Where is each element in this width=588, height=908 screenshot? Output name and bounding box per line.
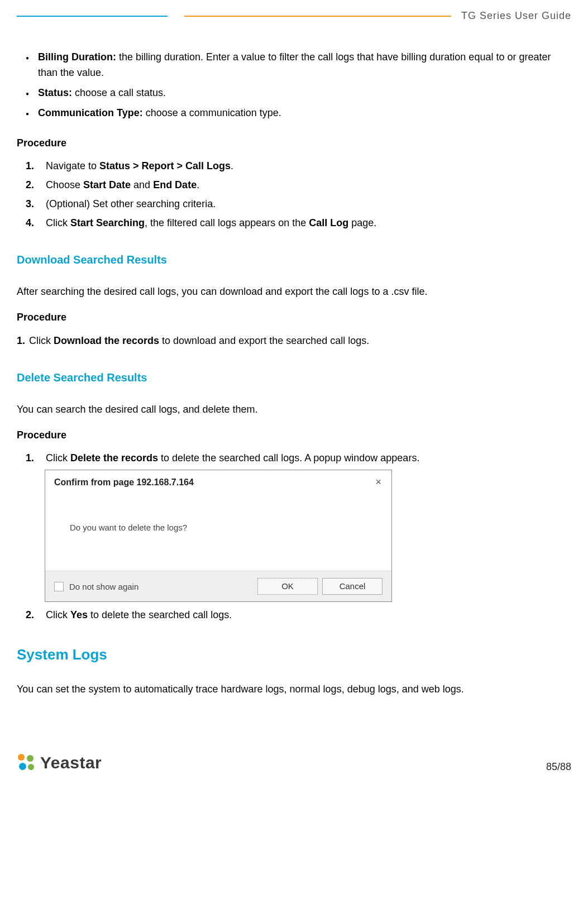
step-bold: Start Searching [70,217,145,228]
step-text: to download and export the searched call… [159,335,369,346]
confirm-dialog: Confirm from page 192.168.7.164 × Do you… [45,470,392,602]
step-text: Navigate to [46,160,99,171]
section-download-heading: Download Searched Results [17,251,571,269]
step-item: 1.Click Delete the records to delete the… [26,451,571,466]
step-number: 3. [26,197,34,212]
step-bold: Yes [70,609,88,620]
procedure-heading: Procedure [17,136,571,151]
procedure-search: 1.Navigate to Status > Report > Call Log… [17,159,571,231]
bullet-label: Billing Duration: [38,51,116,63]
header-rule-orange [184,16,451,17]
section-delete-heading: Delete Searched Results [17,369,571,386]
section-syslogs-heading: System Logs [17,643,571,666]
filter-criteria-list: Billing Duration: the billing duration. … [17,50,571,121]
procedure-heading: Procedure [17,310,571,326]
step-number: 2. [26,608,34,623]
step-number: 1. [17,333,25,349]
brand-logo: Yeastar [17,753,102,773]
close-icon[interactable]: × [372,476,385,488]
step-text: . [231,160,233,171]
step-text: to delete the searched call logs. [88,609,232,620]
confirm-dialog-screenshot: Confirm from page 192.168.7.164 × Do you… [45,470,571,602]
step-number: 1. [26,451,34,466]
step-bold: Call Log [309,217,348,228]
procedure-heading: Procedure [17,428,571,443]
step-item: 1.Navigate to Status > Report > Call Log… [26,159,571,174]
step-item: 2.Click Yes to delete the searched call … [26,608,571,623]
syslogs-intro: You can set the system to automatically … [17,682,571,697]
step-bold: Status > Report > Call Logs [99,160,231,171]
step-item: 4.Click Start Searching, the filtered ca… [26,216,571,231]
procedure-download: 1. Click Download the records to downloa… [17,333,571,349]
doc-title: TG Series User Guide [461,10,571,22]
cancel-button[interactable]: Cancel [322,578,383,595]
step-number: 2. [26,178,34,193]
step-number: 4. [26,216,34,231]
step-text: Choose [46,179,83,190]
dialog-footer: Do not show again OK Cancel [45,571,391,601]
page-footer: Yeastar 85/88 [17,753,571,778]
download-intro: After searching the desired call logs, y… [17,284,571,300]
list-item: Billing Duration: the billing duration. … [38,50,571,81]
delete-intro: You can search the desired call logs, an… [17,402,571,418]
step-bold: Start Date [83,179,131,190]
step-text: . [197,179,199,190]
step-text: Click [46,609,70,620]
bullet-label: Communication Type: [38,107,143,118]
bullet-text: choose a call status. [72,87,166,98]
bullet-label: Status: [38,87,72,98]
bullet-text: choose a communication type. [143,107,281,118]
step-text: page. [348,217,376,228]
step-bold: Delete the records [70,452,158,463]
dialog-header: Confirm from page 192.168.7.164 × [45,470,391,490]
step-text: , the filtered call logs appears on the [145,217,309,228]
brand-name: Yeastar [40,753,102,772]
step-text: Click [29,335,54,346]
header-rule-blue [17,16,168,17]
procedure-delete-cont: 2.Click Yes to delete the searched call … [17,608,571,623]
step-bold: End Date [153,179,197,190]
step-item: 3.(Optional) Set other searching criteri… [26,197,571,212]
step-text: Click [46,452,70,463]
dont-show-label: Do not show again [69,580,253,593]
page-content: Billing Duration: the billing duration. … [17,50,571,697]
procedure-delete: 1.Click Delete the records to delete the… [17,451,571,466]
logo-mark-icon [17,753,37,773]
dialog-message: Do you want to delete the logs? [45,490,391,571]
dialog-title: Confirm from page 192.168.7.164 [54,476,194,490]
step-number: 1. [26,159,34,174]
ok-button[interactable]: OK [257,578,318,595]
step-text: to delete the searched call logs. A popu… [158,452,419,463]
step-text: Click [46,217,70,228]
step-item: 1. Click Download the records to downloa… [17,333,571,349]
dont-show-checkbox[interactable] [54,582,64,591]
step-text: and [131,179,153,190]
page-number: 85/88 [546,761,571,773]
step-bold: Download the records [54,335,159,346]
page-header: TG Series User Guide [17,0,571,22]
list-item: Communication Type: choose a communicati… [38,106,571,121]
step-text: (Optional) Set other searching criteria. [46,198,216,209]
step-item: 2.Choose Start Date and End Date. [26,178,571,193]
list-item: Status: choose a call status. [38,85,571,101]
